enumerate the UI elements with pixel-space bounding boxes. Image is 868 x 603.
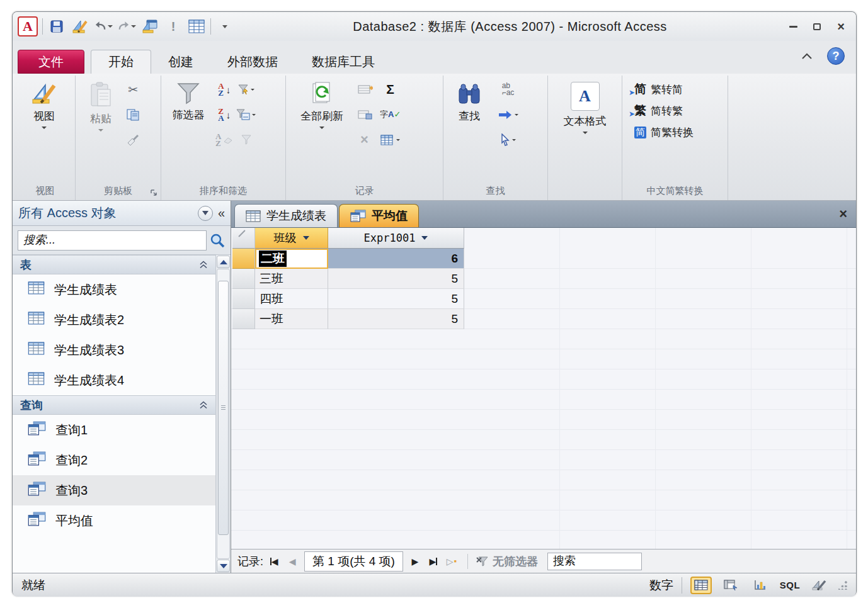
delete-record-button[interactable]: × bbox=[358, 131, 373, 149]
tab-external-data[interactable]: 外部数据 bbox=[210, 50, 295, 74]
find-button[interactable]: 查找 bbox=[447, 77, 492, 181]
record-selector[interactable] bbox=[232, 289, 255, 309]
more-records-button[interactable] bbox=[380, 131, 401, 149]
sql-view-button[interactable]: SQL bbox=[779, 577, 801, 594]
no-filter-button[interactable]: 无筛选器 bbox=[476, 554, 538, 569]
spelling-button[interactable]: 字A✓ bbox=[380, 106, 401, 123]
goto-button[interactable] bbox=[498, 106, 518, 123]
record-selector[interactable] bbox=[232, 309, 255, 329]
next-record-button[interactable]: ▶ bbox=[408, 553, 423, 570]
cut-button[interactable]: ✂ bbox=[126, 81, 140, 98]
search-icon[interactable] bbox=[209, 232, 226, 249]
select-all-corner[interactable] bbox=[232, 228, 255, 249]
scroll-up-button[interactable] bbox=[217, 256, 230, 268]
nav-item[interactable]: 查询3 bbox=[13, 475, 215, 505]
tab-home[interactable]: 开始 bbox=[91, 50, 151, 74]
toggle-filter-button[interactable] bbox=[236, 131, 256, 149]
cell-value[interactable]: 5 bbox=[328, 309, 464, 329]
dialog-launcher-icon[interactable] bbox=[150, 189, 157, 196]
save-record-button[interactable] bbox=[358, 106, 373, 123]
design-view-button-status[interactable] bbox=[809, 577, 830, 594]
datasheet-view-button[interactable] bbox=[690, 577, 712, 594]
navpane-header[interactable]: 所有 Access 对象 « bbox=[13, 201, 231, 226]
paste-button[interactable]: 粘贴 bbox=[79, 77, 123, 181]
record-selector[interactable] bbox=[232, 269, 255, 289]
cell-value[interactable]: 5 bbox=[328, 289, 464, 309]
cell-value[interactable]: 6 bbox=[328, 249, 464, 269]
scroll-down-button[interactable] bbox=[217, 560, 230, 572]
save-button[interactable] bbox=[47, 17, 66, 36]
table-button[interactable] bbox=[187, 17, 206, 36]
design-view-button[interactable] bbox=[71, 17, 89, 36]
sort-ascending-button[interactable]: AZ↓ bbox=[215, 81, 233, 98]
undo-dropdown[interactable] bbox=[108, 25, 113, 28]
customize-quick-access-button[interactable] bbox=[215, 17, 234, 36]
cell-class[interactable]: 三班 bbox=[255, 269, 328, 289]
nav-item[interactable]: 查询1 bbox=[13, 415, 215, 445]
help-button[interactable]: ? bbox=[827, 47, 845, 65]
restore-button[interactable] bbox=[809, 21, 825, 32]
nav-item[interactable]: 学生成绩表4 bbox=[13, 365, 215, 395]
exclamation-button[interactable]: ! bbox=[164, 17, 183, 36]
copy-button[interactable] bbox=[126, 106, 140, 123]
sort-descending-button[interactable]: ZA↓ bbox=[215, 106, 233, 123]
pivotchart-view-button[interactable] bbox=[750, 577, 771, 594]
refresh-all-button[interactable]: 全部刷新 bbox=[289, 77, 355, 181]
nav-item[interactable]: 平均值 bbox=[13, 505, 215, 536]
new-record-button[interactable]: ▷▪ bbox=[444, 553, 459, 570]
cell-class[interactable]: 二班 bbox=[255, 249, 328, 269]
nav-item[interactable]: 学生成绩表2 bbox=[13, 305, 215, 335]
access-logo-icon[interactable]: A bbox=[18, 16, 38, 37]
format-painter-button[interactable] bbox=[126, 131, 140, 149]
close-document-icon[interactable]: × bbox=[839, 207, 847, 221]
previous-record-button[interactable]: ◀ bbox=[285, 553, 300, 570]
nav-item[interactable]: 学生成绩表 bbox=[13, 274, 215, 305]
tab-create[interactable]: 创建 bbox=[151, 50, 210, 74]
tab-file[interactable]: 文件 bbox=[18, 50, 84, 74]
scrollbar-track[interactable] bbox=[217, 269, 230, 559]
shutter-bar-close-icon[interactable]: « bbox=[218, 206, 225, 220]
section-header-tables[interactable]: 表 bbox=[13, 255, 215, 274]
pivottable-view-button[interactable] bbox=[720, 577, 741, 594]
import-wizard-button[interactable] bbox=[140, 17, 159, 36]
last-record-button[interactable]: ▶ bbox=[426, 553, 441, 570]
totals-button[interactable]: Σ bbox=[380, 81, 401, 98]
navpane-menu-button[interactable] bbox=[198, 206, 213, 221]
filter-button[interactable]: 筛选器 bbox=[164, 77, 212, 181]
cell-value[interactable]: 5 bbox=[328, 269, 464, 289]
text-format-button[interactable]: A 文本格式 bbox=[555, 77, 615, 181]
minimize-button[interactable] bbox=[785, 21, 801, 32]
scrollbar-thumb[interactable] bbox=[218, 281, 229, 535]
cell-class[interactable]: 一班 bbox=[255, 309, 328, 329]
to-simplified-button[interactable]: ➤简 繁转简 bbox=[634, 79, 724, 99]
undo-button[interactable] bbox=[94, 17, 113, 36]
column-header-expr[interactable]: Expr1001 bbox=[328, 228, 464, 249]
navpane-scrollbar[interactable] bbox=[215, 255, 231, 573]
close-button[interactable]: × bbox=[833, 21, 848, 32]
minimize-ribbon-icon[interactable] bbox=[801, 52, 813, 60]
filter-dropdown-icon[interactable] bbox=[421, 236, 428, 240]
filter-dropdown-icon[interactable] bbox=[303, 236, 309, 240]
cell-class[interactable]: 四班 bbox=[255, 289, 328, 309]
section-header-queries[interactable]: 查询 bbox=[13, 395, 215, 415]
nav-item[interactable]: 学生成绩表3 bbox=[13, 335, 215, 365]
redo-dropdown[interactable] bbox=[131, 25, 136, 28]
tab-database-tools[interactable]: 数据库工具 bbox=[295, 50, 392, 74]
convert-button[interactable]: 简 简繁转换 bbox=[634, 122, 724, 142]
replace-button[interactable]: ab⌐ac bbox=[498, 81, 518, 98]
resize-grip[interactable] bbox=[838, 581, 847, 590]
redo-button[interactable] bbox=[117, 17, 136, 36]
selection-filter-button[interactable] bbox=[236, 81, 256, 98]
view-button[interactable]: 视图 bbox=[18, 77, 70, 181]
remove-sort-button[interactable]: AZ bbox=[215, 131, 233, 149]
doc-tab-table[interactable]: 学生成绩表 bbox=[234, 204, 338, 227]
to-traditional-button[interactable]: ➤繁 简转繁 bbox=[634, 101, 724, 121]
advanced-filter-button[interactable] bbox=[236, 106, 256, 123]
first-record-button[interactable]: ◀ bbox=[266, 553, 282, 570]
doc-tab-query[interactable]: 平均值 bbox=[339, 204, 419, 227]
select-button[interactable] bbox=[498, 131, 518, 149]
nav-item[interactable]: 查询2 bbox=[13, 445, 215, 475]
column-header-class[interactable]: 班级 bbox=[255, 228, 328, 249]
navpane-search-input[interactable] bbox=[18, 230, 207, 251]
record-selector[interactable] bbox=[232, 249, 255, 269]
